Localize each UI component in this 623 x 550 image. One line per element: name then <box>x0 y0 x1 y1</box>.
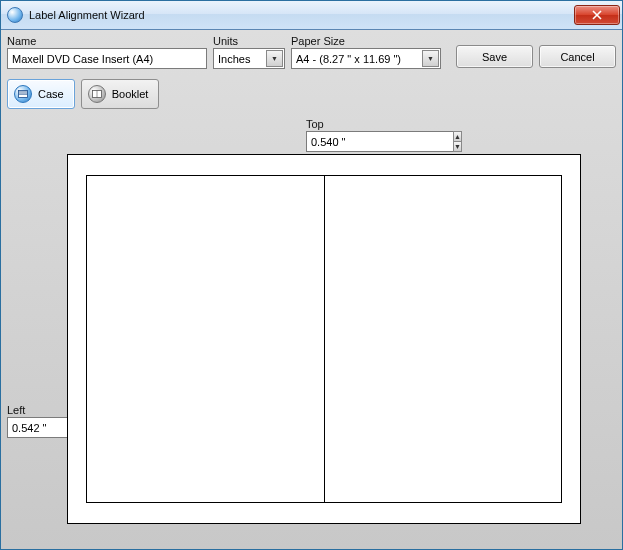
case-icon <box>14 85 32 103</box>
title-bar: Label Alignment Wizard <box>1 1 622 30</box>
preview-area: Top ▲ ▼ Left ▲ ▼ <box>7 121 616 524</box>
paper-field-group: Paper Size A4 - (8.27 " x 11.69 ") ▼ <box>291 35 441 69</box>
window-title: Label Alignment Wizard <box>29 9 145 21</box>
top-margin-spinner[interactable]: ▲ ▼ <box>306 131 380 152</box>
tab-bar: Case Booklet <box>7 79 616 109</box>
paper-select[interactable]: A4 - (8.27 " x 11.69 ") ▼ <box>291 48 441 69</box>
spin-down-button[interactable]: ▼ <box>453 141 462 152</box>
close-button[interactable] <box>574 5 620 25</box>
label-panel-left <box>87 176 325 502</box>
label-panel-right <box>325 176 562 502</box>
name-label: Name <box>7 35 207 47</box>
units-select[interactable]: Inches ▼ <box>213 48 285 69</box>
units-field-group: Units Inches ▼ <box>213 35 285 69</box>
label-outline <box>86 175 562 503</box>
save-button[interactable]: Save <box>456 45 533 68</box>
booklet-icon <box>88 85 106 103</box>
client-area: Name Units Inches ▼ Paper Size A4 - (8.2… <box>1 30 622 549</box>
tab-booklet[interactable]: Booklet <box>81 79 160 109</box>
name-field-group: Name <box>7 35 207 69</box>
chevron-down-icon: ▼ <box>266 50 283 67</box>
tab-case-label: Case <box>38 88 64 100</box>
button-group: Save Cancel <box>447 45 616 69</box>
form-row: Name Units Inches ▼ Paper Size A4 - (8.2… <box>7 35 616 69</box>
app-icon <box>7 7 23 23</box>
tab-booklet-label: Booklet <box>112 88 149 100</box>
units-value: Inches <box>218 53 250 65</box>
top-margin-input[interactable] <box>306 131 453 152</box>
paper-preview <box>67 154 581 524</box>
top-margin-label: Top <box>306 118 380 130</box>
chevron-down-icon: ▼ <box>422 50 439 67</box>
units-label: Units <box>213 35 285 47</box>
paper-value: A4 - (8.27 " x 11.69 ") <box>296 53 401 65</box>
paper-label: Paper Size <box>291 35 441 47</box>
tab-case[interactable]: Case <box>7 79 75 109</box>
close-icon <box>592 10 602 20</box>
top-margin-group: Top ▲ ▼ <box>306 118 380 152</box>
cancel-button[interactable]: Cancel <box>539 45 616 68</box>
spin-up-button[interactable]: ▲ <box>453 131 462 141</box>
name-input[interactable] <box>7 48 207 69</box>
